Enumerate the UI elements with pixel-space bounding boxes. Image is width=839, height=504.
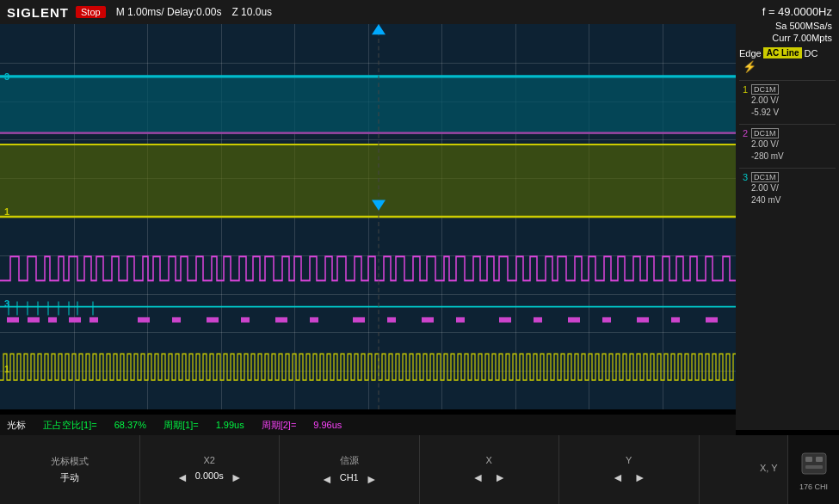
ch3-values: 2.00 V/ 240 mV <box>751 182 780 206</box>
svg-rect-12 <box>69 317 81 323</box>
ch2-values: 2.00 V/ -280 mV <box>751 138 784 163</box>
io-label: 176 CHI <box>799 482 828 491</box>
ch3-val1: 2.00 V/ <box>751 182 780 194</box>
ch1-val1: 2.00 V/ <box>751 95 779 107</box>
x-arrows: ◄ ► <box>468 470 509 484</box>
svg-rect-21 <box>387 317 396 323</box>
svg-rect-23 <box>456 317 465 323</box>
ch3-badge: DC1M <box>751 172 780 181</box>
svg-rect-32 <box>805 457 812 462</box>
source-label: 信源 <box>340 454 359 467</box>
ch1-row: 1 DC1M 2.00 V/ -5.92 V <box>739 84 836 119</box>
svg-rect-19 <box>310 317 318 323</box>
sample-rate: Sa 500MSa/s <box>739 20 836 32</box>
svg-rect-13 <box>89 317 98 323</box>
stop-button[interactable]: Stop <box>76 6 106 18</box>
y-left-arrow[interactable]: ◄ <box>608 470 627 484</box>
ch3-number: 3 <box>739 172 751 182</box>
x-left-arrow[interactable]: ◄ <box>468 470 487 484</box>
ch3-badge-text: DC1M <box>751 172 779 182</box>
ch3-details: DC1M 2.00 V/ 240 mV <box>751 172 780 206</box>
x2-button[interactable]: X2 ◄ 0.000s ► <box>140 435 281 504</box>
svg-rect-15 <box>172 317 181 323</box>
ch2-val1: 2.00 V/ <box>751 138 784 151</box>
scope-area: 3 1 3 1 <box>0 24 736 409</box>
svg-rect-20 <box>353 317 365 323</box>
svg-rect-9 <box>7 317 19 323</box>
ch2-wave <box>0 256 736 280</box>
period1-label: 周期[1]= <box>163 419 199 432</box>
ch2-markers <box>7 317 718 323</box>
ch2-details: DC1M 2.00 V/ -280 mV <box>751 128 784 163</box>
ch2-number: 2 <box>739 128 751 138</box>
cursor-mode-button[interactable]: 光标模式 手动 <box>0 435 140 504</box>
siglent-logo: SIGLENT <box>7 5 69 20</box>
ch1-fast-wave <box>0 353 736 379</box>
svg-rect-11 <box>48 317 57 323</box>
ch2-val2: -280 mV <box>751 151 784 163</box>
y-right-arrow[interactable]: ► <box>631 470 650 484</box>
ch1-marker-bot: 1 <box>2 363 12 375</box>
svg-rect-22 <box>422 317 434 323</box>
svg-rect-25 <box>534 317 542 323</box>
ch1-yellow-band <box>0 144 736 218</box>
y-arrows: ◄ ► <box>608 470 650 484</box>
source-value: CH1 <box>340 472 359 486</box>
period2-value: 9.96us <box>313 420 342 430</box>
ch1-details: DC1M 2.00 V/ -5.92 V <box>751 84 779 119</box>
cursor-label: 光标 <box>7 419 26 432</box>
trigger-lightning-icon: ⚡ <box>743 60 756 73</box>
svg-rect-34 <box>805 465 823 469</box>
curr-mpts: Curr 7.00Mpts <box>739 32 836 44</box>
trigger-section: Edge AC Line DC <box>739 47 836 58</box>
ch1-val2: -5.92 V <box>751 107 779 119</box>
frequency-display: f = 49.0000Hz <box>739 3 836 20</box>
source-left-arrow[interactable]: ◄ <box>318 472 336 486</box>
ch1-number: 1 <box>739 84 751 95</box>
ch1-info: 1 DC1M 2.00 V/ -5.92 V <box>739 80 836 119</box>
y-label: Y <box>626 455 632 465</box>
svg-rect-16 <box>207 317 219 323</box>
x2-arrows: ◄ 0.000s ► <box>173 470 246 484</box>
x2-left-arrow[interactable]: ◄ <box>173 470 192 484</box>
top-bar: SIGLENT Stop M 1.00ms/ Delay:0.00s Z 10.… <box>0 0 839 24</box>
dc-label: DC <box>804 48 817 58</box>
ch2-badge-text: DC1M <box>751 128 779 138</box>
period1-value: 1.99us <box>216 420 244 430</box>
ch2-info: 2 DC1M 2.00 V/ -280 mV <box>739 124 836 163</box>
ch1-badge: DC1M <box>751 84 779 94</box>
svg-rect-30 <box>706 317 718 323</box>
ch1-marker: 1 <box>2 206 12 218</box>
x-label: X <box>486 455 492 465</box>
source-arrows: ◄ CH1 ► <box>318 472 381 486</box>
y-button[interactable]: Y ◄ ► <box>559 435 700 504</box>
x2-label: X2 <box>204 455 215 465</box>
io-panel: 176 CHI <box>787 435 839 504</box>
svg-rect-33 <box>816 457 823 462</box>
ch1-badge-text: DC1M <box>751 84 779 95</box>
svg-rect-29 <box>671 317 680 323</box>
duty-value: 68.37% <box>114 420 146 430</box>
ch3-val2: 240 mV <box>751 194 780 206</box>
ch3-marker-mid: 3 <box>2 298 12 310</box>
zoom-info: Z 10.0us <box>231 6 272 18</box>
source-right-arrow[interactable]: ► <box>362 472 381 486</box>
x2-right-arrow[interactable]: ► <box>227 470 246 484</box>
ch3-info: 3 DC1M 2.00 V/ 240 mV <box>739 168 836 206</box>
source-button[interactable]: 信源 ◄ CH1 ► <box>280 435 420 504</box>
ac-line-badge[interactable]: AC Line <box>763 47 803 58</box>
edge-label: Edge <box>739 48 762 58</box>
trigger-arrow-row: ⚡ <box>739 58 836 75</box>
x2-value: 0.000s <box>195 470 224 484</box>
period2-label: 周期[2]= <box>262 419 297 432</box>
xy-label: X, Y <box>760 463 778 473</box>
svg-rect-18 <box>275 317 287 323</box>
x-button[interactable]: X ◄ ► <box>420 435 560 504</box>
trigger-top-arrow <box>372 24 386 34</box>
control-bar: 光标模式 手动 X2 ◄ 0.000s ► 信源 ◄ CH1 ► X ◄ ► Y… <box>0 435 839 504</box>
timebase-info: M 1.00ms/ Delay:0.00s <box>116 6 222 18</box>
right-panel: f = 49.0000Hz Sa 500MSa/s Curr 7.00Mpts … <box>736 0 839 430</box>
ch2-row: 2 DC1M 2.00 V/ -280 mV <box>739 128 836 163</box>
cursor-mode-label: 光标模式 <box>51 455 89 468</box>
x-right-arrow[interactable]: ► <box>490 470 509 484</box>
